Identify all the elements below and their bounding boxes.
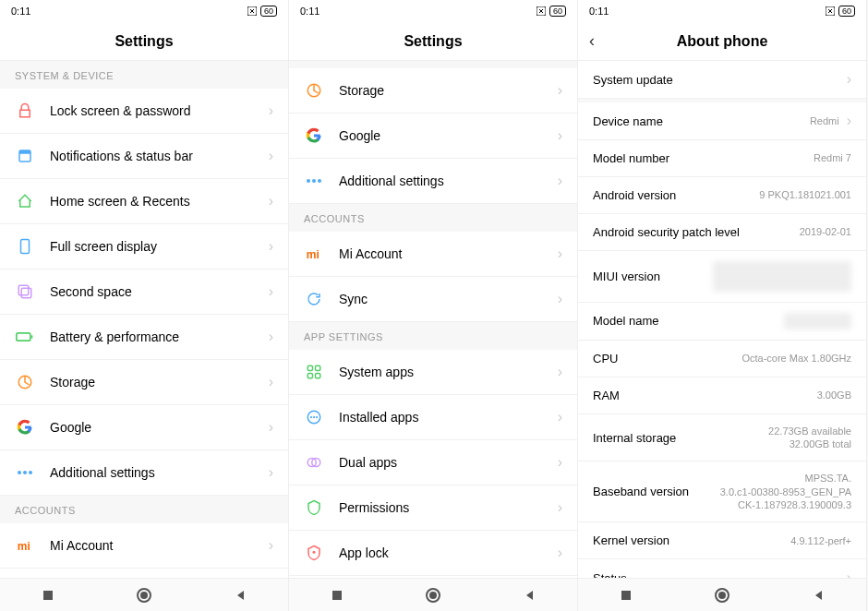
svg-point-18 [307, 179, 310, 183]
nav-back[interactable] [511, 589, 548, 602]
back-button[interactable]: ‹ [589, 31, 595, 51]
page-title: About phone [677, 33, 768, 50]
chevron-right-icon: › [558, 173, 562, 189]
row-label: Mi Account [339, 246, 550, 261]
settings-row[interactable]: Dual apps› [289, 440, 577, 485]
about-value: 4.9.112-perf+ [790, 534, 851, 547]
settings-list-1[interactable]: SYSTEM & DEVICELock screen & password›No… [0, 61, 288, 578]
fullscreen-icon [15, 236, 35, 257]
storage-icon [15, 372, 35, 392]
nav-back[interactable] [222, 589, 259, 602]
about-key: Kernel version [593, 533, 790, 547]
settings-row[interactable]: Google› [289, 114, 577, 159]
settings-row[interactable]: Second space› [0, 270, 288, 315]
settings-row[interactable]: Additional settings› [289, 159, 577, 204]
settings-row[interactable]: miMi Account› [0, 523, 288, 569]
more-icon [15, 462, 35, 483]
row-label: Storage [339, 83, 550, 98]
svg-point-32 [313, 551, 316, 554]
about-row: Baseband versionMPSS.TA. 3.0.c1-00380-89… [578, 461, 866, 522]
row-label: Lock screen & password [50, 103, 261, 118]
chevron-right-icon: › [269, 238, 273, 255]
settings-row[interactable]: Storage› [289, 68, 577, 114]
svg-rect-6 [17, 333, 30, 341]
about-key: Model number [593, 151, 814, 165]
svg-point-10 [23, 471, 27, 474]
about-row[interactable]: Status› [578, 559, 866, 578]
about-row[interactable]: System update› [578, 61, 866, 99]
settings-row[interactable]: Sync› [289, 277, 577, 322]
row-label: Notifications & status bar [50, 149, 261, 163]
chevron-right-icon: › [558, 246, 562, 262]
settings-row[interactable]: Installed apps› [289, 395, 577, 440]
settings-row[interactable]: Sync› [0, 569, 288, 578]
settings-row[interactable]: Google› [0, 405, 288, 450]
svg-rect-5 [21, 288, 31, 298]
chevron-right-icon: › [269, 537, 273, 554]
settings-row[interactable]: Permissions› [289, 485, 577, 531]
settings-row[interactable]: App lock› [289, 531, 577, 576]
about-key: Status [593, 571, 839, 578]
x-icon [826, 6, 835, 16]
about-value: 2019-02-01 [800, 225, 851, 238]
svg-point-37 [429, 592, 437, 599]
settings-list-2[interactable]: Storage›Google›Additional settings›ACCOU… [289, 61, 577, 578]
settings-row[interactable]: miMi Account› [289, 232, 577, 277]
svg-point-11 [29, 471, 32, 474]
chevron-right-icon: › [269, 464, 273, 481]
svg-rect-22 [307, 365, 312, 370]
about-key: MIUI version [593, 270, 713, 283]
settings-row[interactable]: Additional settings› [0, 450, 288, 496]
about-row: Android version9 PKQ1.181021.001 [578, 177, 866, 214]
svg-rect-2 [19, 150, 30, 154]
chevron-right-icon: › [269, 374, 273, 390]
about-row[interactable]: Device nameRedmi› [578, 102, 866, 140]
applock-icon [304, 543, 324, 563]
about-key: Model name [593, 314, 784, 328]
nav-recents[interactable] [608, 589, 645, 602]
chevron-right-icon: › [847, 569, 851, 578]
chevron-right-icon: › [558, 499, 562, 516]
more-icon [304, 171, 324, 191]
page-title: Settings [404, 33, 462, 50]
chevron-right-icon: › [558, 545, 562, 561]
nav-recents[interactable] [30, 589, 66, 602]
navbar [289, 578, 577, 611]
chevron-right-icon: › [847, 71, 851, 88]
chevron-right-icon: › [269, 419, 273, 436]
row-label: Additional settings [339, 174, 550, 188]
settings-row[interactable]: Battery & performance› [0, 315, 288, 360]
svg-point-41 [718, 592, 726, 599]
settings-row[interactable]: Full screen display› [0, 224, 288, 270]
settings-row[interactable]: Notifications & status bar› [0, 134, 288, 179]
about-row: Model namehidden [578, 303, 866, 341]
svg-text:mi: mi [18, 540, 30, 553]
row-label: Storage [50, 375, 261, 389]
permissions-icon [304, 497, 324, 518]
settings-row[interactable]: Home screen & Recents› [0, 179, 288, 224]
about-list[interactable]: System update›Device nameRedmi›Model num… [578, 61, 866, 578]
about-value: Octa-core Max 1.80GHz [741, 352, 851, 365]
settings-row[interactable]: Lock screen & password› [0, 89, 288, 134]
about-value: 22.73GB available 32.00GB total [768, 425, 851, 451]
notifications-icon [15, 146, 35, 166]
chevron-right-icon: › [269, 193, 273, 210]
nav-home[interactable] [704, 587, 741, 604]
settings-row[interactable]: System apps› [289, 350, 577, 395]
nav-home[interactable] [415, 587, 452, 604]
storage-icon [304, 80, 324, 101]
titlebar: Settings [289, 22, 577, 61]
row-label: Permissions [339, 500, 550, 515]
battery-icon: 60 [549, 6, 566, 17]
nav-back[interactable] [800, 589, 837, 602]
chevron-right-icon: › [558, 82, 562, 99]
chevron-right-icon: › [558, 127, 562, 144]
row-label: Full screen display [50, 239, 261, 254]
about-value: Redmi 7 [814, 151, 851, 164]
nav-recents[interactable] [319, 589, 356, 602]
settings-row[interactable]: Storage› [0, 360, 288, 405]
nav-home[interactable] [126, 587, 163, 604]
chevron-right-icon: › [558, 409, 562, 425]
svg-rect-24 [307, 374, 312, 378]
about-value: 3.00GB [817, 389, 851, 401]
